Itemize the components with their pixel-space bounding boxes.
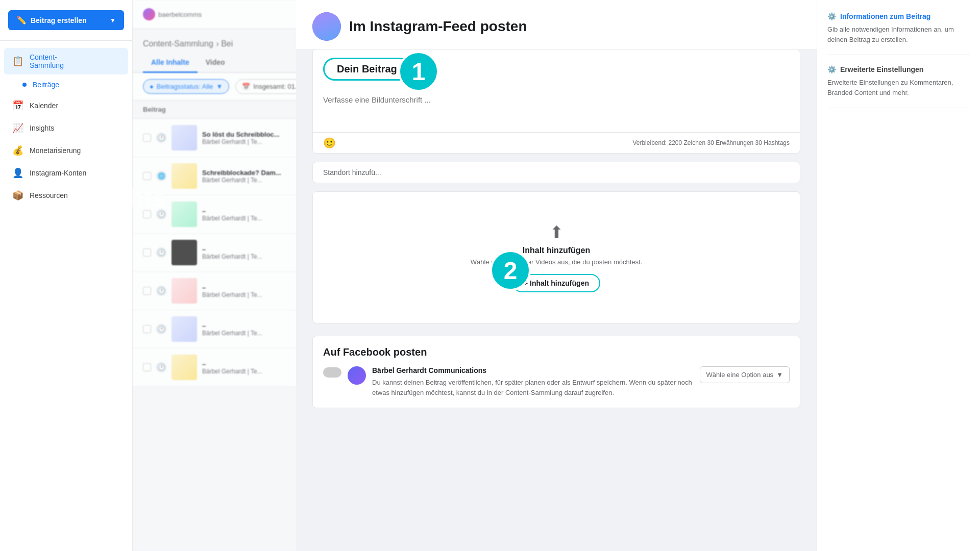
facebook-option-select[interactable]: Wähle eine Option aus ▼ [700,366,790,383]
dropdown-arrow-icon: ▼ [216,83,223,90]
row-checkbox[interactable] [143,172,151,180]
account-avatar [143,8,155,20]
sidebar-item-label: Beiträge [33,81,59,89]
sidebar-item-kalender[interactable]: 📅 Kalender [4,95,128,116]
account-badge: baerbelcomms [143,8,202,20]
tab-alle-inhalte[interactable]: Alle Inhalte [143,53,198,73]
sidebar-item-insights[interactable]: 📈 Insights [4,117,128,139]
sidebar-item-beitrage[interactable]: Beiträge [14,76,128,94]
instagram-icon: 👤 [12,167,23,179]
content-icon: 📋 [12,56,23,67]
sidebar-sub-nav: Beiträge [0,76,132,94]
facebook-account-info: Bärbel Gerhardt Communications Du kannst… [372,366,694,397]
row-thumbnail [172,240,197,265]
media-title: Inhalt hinzufügen [323,246,790,255]
post-caption-input[interactable] [313,89,800,130]
account-name: baerbelcomms [158,11,202,18]
dein-beitrag-label: Dein Beitrag [323,58,411,81]
row-checkbox[interactable] [143,134,151,142]
active-dot-icon [22,83,27,87]
create-button[interactable]: ✏️ Beitrag erstellen ▼ [8,10,124,30]
modal-header: Im Instagram-Feed posten [296,0,817,49]
schedule-icon: 🕐 [156,247,166,258]
facebook-account-avatar [348,366,366,385]
upload-icon: ⬆ [323,222,790,242]
tab-video[interactable]: Video [198,53,233,73]
settings-icon: ⚙️ [827,65,836,73]
sidebar-item-label: Content-Sammlung [30,53,64,69]
facebook-account-row: Bärbel Gerhardt Communications Du kannst… [323,366,790,397]
row-thumbnail [172,316,197,342]
step-1-indicator: 1 [398,51,439,92]
monetization-icon: 💰 [12,145,23,156]
right-section-title: Informationen zum Beitrag [840,12,930,20]
schedule-icon: 🕐 [156,133,166,143]
sidebar-item-label: Kalender [30,102,58,110]
step-2-number: 2 [504,257,518,285]
row-thumbnail [172,202,197,227]
modal-title: Im Instagram-Feed posten [349,18,527,35]
avatar-image [312,12,341,41]
sidebar-item-instagram-konten[interactable]: 👤 Instagram-Konten [4,162,128,184]
step-1-number: 1 [412,58,426,86]
calendar-icon: 📅 [242,83,250,90]
post-form: Dein Beitrag 🙂 Verbleibend: 2200 Zeichen… [312,49,800,154]
sidebar-item-label: Monetarisierung [30,146,81,155]
facebook-account-description: Du kannst deinen Beitrag veröffentlichen… [372,378,694,397]
media-subtitle: Wähle die Fotos oder Videos aus, die du … [323,258,790,266]
sidebar-item-monetarisierung[interactable]: 💰 Monetarisierung [4,140,128,161]
right-section-info: ⚙️ Informationen zum Beitrag Gib alle no… [827,12,970,55]
schedule-icon: 🕐 [156,324,166,334]
sidebar-item-content-sammlung[interactable]: 📋 Content-Sammlung [4,48,128,74]
sidebar: ✏️ Beitrag erstellen ▼ 📋 Content-Sammlun… [0,0,133,551]
location-placeholder: Standort hinzufü... [323,168,381,177]
option-label: Wähle eine Option aus [706,371,774,379]
row-checkbox[interactable] [143,287,151,295]
right-section2-title: Erweiterte Einstellungen [840,65,923,73]
row-checkbox[interactable] [143,248,151,257]
char-count: Verbleibend: 2200 Zeichen 30 Erwähnungen… [632,139,790,146]
dropdown-arrow-icon: ▼ [110,17,116,24]
row-thumbnail [172,163,197,189]
schedule-icon: 🕐 [156,362,166,372]
facebook-account-name: Bärbel Gerhardt Communications [372,366,694,374]
modal-panel: Im Instagram-Feed posten Dein Beitrag 🙂 … [296,0,980,551]
schedule-icon: 🕐 [156,286,166,296]
emoji-icon[interactable]: 🙂 [323,137,336,149]
sidebar-header: ✏️ Beitrag erstellen ▼ [0,0,132,41]
add-content-button-label: + Inhalt hinzufügen [524,279,589,287]
sidebar-item-label: Instagram-Konten [30,169,86,177]
right-section-settings: ⚙️ Erweiterte Einstellungen Erweiterte E… [827,65,970,108]
post-form-header: Dein Beitrag [313,49,800,89]
right-panel: ⚙️ Informationen zum Beitrag Gib alle no… [817,0,980,551]
dropdown-arrow-icon: ▼ [776,371,783,379]
sidebar-item-label: Insights [30,124,54,132]
location-input[interactable]: Standort hinzufü... [312,162,800,183]
row-thumbnail [172,278,197,304]
modal-main-content: Im Instagram-Feed posten Dein Beitrag 🙂 … [296,0,817,551]
create-button-label: Beitrag erstellen [31,16,87,24]
sidebar-item-label: Ressourcen [30,191,68,199]
step-2-indicator: 2 [490,250,531,291]
facebook-toggle[interactable] [323,367,341,378]
row-checkbox[interactable] [143,363,151,371]
status-filter[interactable]: ● Beitragsstatus: Alle ▼ [143,79,229,94]
right-section-body: Gib alle notwendigen Informationen an, u… [827,24,970,44]
char-count-bar: 🙂 Verbleibend: 2200 Zeichen 30 Erwähnung… [313,132,800,153]
globe-icon: 🌐 [156,171,166,181]
facebook-section-title: Auf Facebook posten [323,346,790,358]
calendar-icon: 📅 [12,100,23,111]
status-filter-label: Beitragsstatus: Alle [157,83,213,90]
insights-background-label: Insights [72,184,166,212]
resources-icon: 📦 [12,190,23,201]
row-thumbnail [172,355,197,380]
facebook-section: Auf Facebook posten Bärbel Gerhardt Comm… [312,336,800,408]
row-thumbnail [172,125,197,151]
right-section-header: ⚙️ Informationen zum Beitrag [827,12,970,20]
breadcrumb-separator: › [216,39,221,48]
right-section2-body: Erweiterte Einstellungen zu Kommentaren,… [827,78,970,97]
row-checkbox[interactable] [143,325,151,333]
status-filter-dot: ● [150,83,154,90]
avatar [312,12,341,41]
edit-icon: ✏️ [16,15,27,25]
